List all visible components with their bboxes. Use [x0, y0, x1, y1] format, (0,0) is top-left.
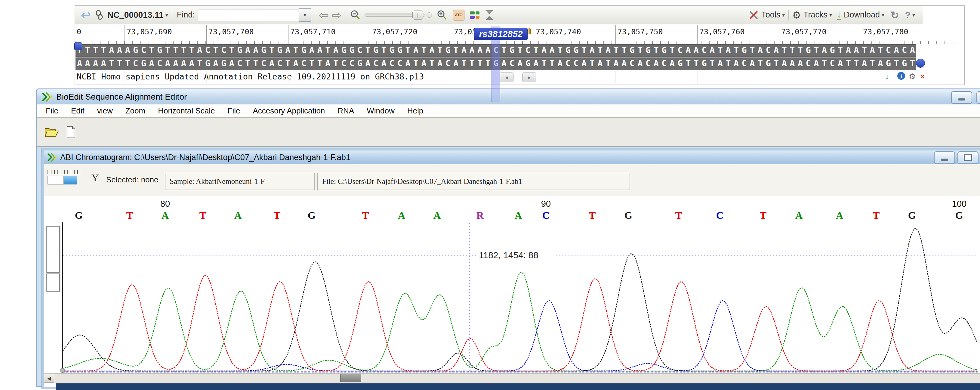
- menu-view[interactable]: view: [91, 106, 119, 116]
- trace-scale-widget[interactable]: Y: [48, 170, 95, 188]
- tracks-gear-icon[interactable]: ⚙: [792, 10, 801, 20]
- menu-rna[interactable]: RNA: [331, 106, 360, 116]
- track-layout-icon[interactable]: [470, 11, 479, 19]
- zoom-slider-handle[interactable]: [412, 11, 423, 19]
- base-letter: T: [892, 58, 900, 70]
- abi-minimize-button[interactable]: [934, 151, 955, 164]
- base-call-letter: C: [716, 210, 724, 221]
- zoom-out-icon[interactable]: [350, 10, 361, 21]
- menu-accesory-application[interactable]: Accesory Application: [247, 106, 331, 116]
- find-dropdown-icon[interactable]: ▼: [299, 8, 311, 22]
- base-call-letter: A: [398, 210, 406, 221]
- zoom-slider[interactable]: [364, 14, 425, 16]
- history-back-icon[interactable]: ↩: [81, 10, 91, 21]
- abi-maximize-button[interactable]: [958, 151, 978, 164]
- collapse-tracks-icon[interactable]: [485, 10, 494, 21]
- download-caret-icon[interactable]: ▾: [881, 12, 885, 18]
- scroll-left-icon[interactable]: ◀: [44, 374, 54, 383]
- base-letter: A: [708, 45, 716, 57]
- base-letter: A: [91, 58, 100, 70]
- base-call-letter: A: [795, 210, 803, 221]
- base-letter: G: [259, 45, 268, 57]
- snp-marker-label[interactable]: rs3812852: [474, 28, 528, 40]
- menu-horizontal-scale[interactable]: Horizontal Scale: [151, 106, 221, 116]
- base-call-letter: T: [589, 210, 596, 221]
- base-letter: T: [716, 45, 724, 57]
- base-letter: T: [652, 45, 660, 57]
- menu-edit[interactable]: Edit: [65, 106, 91, 116]
- abi-infobar: Y Selected: none Sample: AkbariNemoneuni…: [44, 164, 980, 196]
- scrollbar-thumb[interactable]: [340, 374, 361, 382]
- snp-marker[interactable]: rs3812852: [474, 28, 536, 40]
- track-settings-icon[interactable]: ⚙: [909, 72, 916, 81]
- bioedit-maximize-button[interactable]: [977, 91, 980, 104]
- base-letter: T: [100, 45, 108, 57]
- horizontal-scrollbar[interactable]: ◀: [44, 374, 980, 383]
- base-letter: A: [684, 45, 692, 57]
- base-letter: G: [900, 58, 908, 70]
- scale-bar-icon: [48, 176, 95, 185]
- find-input[interactable]: [198, 9, 299, 21]
- base-letter: C: [885, 45, 892, 57]
- ruler-tick: [206, 25, 207, 44]
- base-letter: A: [892, 45, 900, 57]
- base-letter: T: [732, 45, 740, 57]
- zoom-in-icon[interactable]: [436, 10, 448, 21]
- tools-button[interactable]: Tools: [761, 10, 780, 19]
- track-download-icon[interactable]: ↓: [885, 72, 889, 81]
- download-icon[interactable]: ↓: [837, 10, 842, 20]
- open-file-icon[interactable]: [44, 126, 59, 138]
- base-letter: T: [612, 45, 620, 57]
- base-letter: A: [860, 58, 869, 70]
- base-letter: T: [324, 45, 332, 57]
- accession-caret-icon[interactable]: ▾: [165, 12, 168, 18]
- annotation-next-button[interactable]: ▶: [522, 73, 536, 82]
- pan-right-icon[interactable]: ⇨: [332, 9, 342, 21]
- chromatogram-area[interactable]: 1182, 1454: 88GTA80TATGTAARAC90TGTCTAATG…: [44, 196, 980, 374]
- track-info-icon[interactable]: i: [897, 72, 905, 80]
- base-position-number: 80: [160, 199, 170, 209]
- accession-dropdown[interactable]: NC_000013.11: [107, 10, 164, 20]
- menu-zoom[interactable]: Zoom: [119, 106, 151, 116]
- base-letter: A: [772, 45, 780, 57]
- base-letter: A: [116, 45, 124, 57]
- refresh-icon[interactable]: ↻: [890, 10, 899, 20]
- base-letter: A: [108, 45, 116, 57]
- ruler-tick-label: 73,057,780: [863, 27, 908, 36]
- menu-file[interactable]: File: [221, 106, 247, 116]
- menu-help[interactable]: Help: [401, 106, 430, 116]
- tracks-caret-icon[interactable]: ▾: [829, 12, 832, 18]
- file-path-box: File: C:\Users\Dr-Najafi\Desktop\C07_Akb…: [317, 173, 630, 190]
- chromosome-link-icon[interactable]: [95, 10, 103, 20]
- base-letter: T: [252, 58, 260, 70]
- abi-titlebar[interactable]: ABI Chromatogram: C:\Users\Dr-Najafi\Des…: [44, 150, 980, 164]
- pan-left-icon[interactable]: ⇦: [319, 9, 329, 21]
- base-letter: C: [804, 58, 813, 70]
- tracks-button[interactable]: Tracks: [803, 10, 827, 19]
- base-letter: T: [596, 45, 604, 57]
- base-call-letter: R: [476, 210, 484, 221]
- base-letter: C: [829, 58, 837, 70]
- zoom-to-sequence-icon[interactable]: ATG: [453, 10, 465, 21]
- base-letter: T: [636, 45, 644, 57]
- chromatogram-plot: 1182, 1454: 88GTA80TATGTAARAC90TGTCTAATG…: [44, 196, 978, 374]
- menu-window[interactable]: Window: [360, 106, 401, 116]
- annotation-prev-button[interactable]: ◀: [500, 73, 514, 82]
- help-caret-icon[interactable]: ▾: [912, 12, 915, 18]
- base-letter: G: [564, 45, 572, 57]
- base-letter: A: [436, 58, 444, 70]
- help-button[interactable]: ?: [905, 10, 910, 20]
- base-letter: G: [676, 58, 684, 70]
- download-button[interactable]: Download: [844, 10, 880, 19]
- bioedit-minimize-button[interactable]: [951, 91, 972, 104]
- tools-icon[interactable]: [749, 10, 759, 20]
- new-document-icon[interactable]: [66, 126, 76, 138]
- menu-file[interactable]: File: [40, 106, 65, 116]
- base-letter: G: [644, 45, 652, 57]
- track-close-icon[interactable]: ×: [920, 72, 925, 81]
- bioedit-titlebar[interactable]: BioEdit Sequence Alignment Editor: [37, 89, 980, 104]
- base-letter: T: [620, 45, 628, 57]
- base-letter: G: [340, 45, 348, 57]
- tools-caret-icon[interactable]: ▾: [782, 12, 785, 18]
- base-letter: A: [756, 45, 764, 57]
